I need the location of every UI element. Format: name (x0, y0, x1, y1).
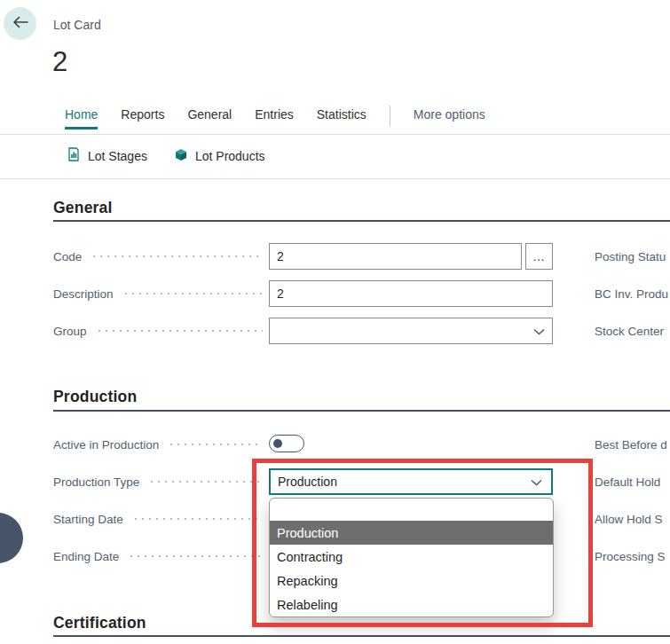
chevron-down-icon (531, 475, 542, 489)
dotted-leader (148, 468, 263, 495)
lot-card-page: Lot Card 2 Home Reports General Entries … (0, 0, 670, 644)
dotted-leader (96, 318, 263, 344)
dotted-leader (91, 243, 263, 270)
dropdown-option-production[interactable]: Production (270, 521, 553, 545)
production-section-title: Production (53, 388, 137, 406)
tab-statistics[interactable]: Statistics (317, 107, 367, 127)
starting-date-label: Starting Date (53, 513, 123, 526)
production-type-value: Production (278, 475, 337, 489)
group-field-label-row: Group (53, 318, 263, 344)
production-type-label: Production Type (53, 475, 139, 489)
active-in-production-label: Active in Production (53, 438, 159, 452)
document-chart-icon (67, 147, 81, 164)
lot-products-label: Lot Products (195, 149, 265, 163)
chevron-down-icon (533, 324, 545, 338)
production-type-label-row: Production Type (53, 468, 263, 495)
active-in-production-label-row: Active in Production (53, 431, 263, 458)
production-type-select[interactable]: Production (269, 468, 553, 495)
dotted-leader (128, 543, 263, 569)
best-before-label: Best Before d (595, 431, 670, 458)
ending-date-label: Ending Date (53, 550, 119, 563)
tab-general[interactable]: General (187, 107, 232, 127)
default-hold-label: Default Hold (595, 468, 670, 495)
code-label: Code (53, 250, 82, 263)
page-title: 2 (52, 46, 67, 78)
general-section-rule (53, 220, 670, 222)
posting-status-label: Posting Statu (595, 243, 670, 270)
lot-products-button[interactable]: Lot Products (174, 147, 265, 164)
tab-reports[interactable]: Reports (121, 107, 164, 127)
tab-home[interactable]: Home (65, 107, 98, 130)
processing-label: Processing S (595, 543, 670, 569)
dotted-leader (132, 506, 263, 532)
back-button[interactable] (4, 7, 36, 40)
code-field-label-row: Code (53, 243, 263, 270)
ribbon-tabbar: Home Reports General Entries Statistics … (65, 107, 485, 130)
active-in-production-toggle[interactable] (269, 435, 304, 452)
cube-icon (174, 147, 188, 164)
more-options-button[interactable]: More options (414, 107, 485, 122)
production-section-rule (53, 410, 670, 412)
tab-separator (390, 106, 390, 127)
group-select[interactable] (269, 318, 553, 344)
certification-section-rule (53, 635, 670, 637)
code-assist-edit-button[interactable]: … (525, 243, 553, 270)
code-input[interactable] (269, 243, 522, 270)
tab-entries[interactable]: Entries (255, 107, 294, 127)
description-label: Description (53, 287, 114, 301)
bc-inv-product-label: BC Inv. Produ (595, 280, 670, 307)
edge-floating-button[interactable] (0, 513, 23, 563)
dropdown-option-contracting[interactable]: Contracting (270, 545, 553, 569)
stock-center-label: Stock Center (595, 318, 670, 344)
action-bar: Lot Stages Lot Products (67, 147, 265, 164)
dropdown-option-relabeling[interactable]: Relabeling (270, 593, 553, 617)
description-field-label-row: Description (53, 280, 263, 307)
certification-section-title: Certification (53, 614, 146, 632)
dropdown-option-repacking[interactable]: Repacking (270, 569, 553, 593)
divider-under-actions (0, 178, 670, 179)
ending-date-label-row: Ending Date (53, 543, 263, 569)
page-caption: Lot Card (53, 18, 101, 32)
production-type-dropdown-list: Production Contracting Repacking Relabel… (269, 498, 554, 617)
allow-hold-label: Allow Hold S (595, 506, 670, 532)
divider-under-tabs (0, 134, 670, 135)
lot-stages-button[interactable]: Lot Stages (67, 147, 147, 164)
dropdown-option-blank[interactable] (270, 499, 553, 521)
group-label: Group (53, 325, 87, 338)
starting-date-label-row: Starting Date (53, 506, 263, 532)
dotted-leader (168, 431, 263, 458)
back-arrow-icon (12, 15, 28, 33)
description-input[interactable] (269, 280, 553, 307)
toggle-knob (273, 439, 282, 448)
general-section-title: General (53, 199, 113, 217)
lot-stages-label: Lot Stages (88, 149, 147, 163)
dotted-leader (122, 280, 263, 307)
